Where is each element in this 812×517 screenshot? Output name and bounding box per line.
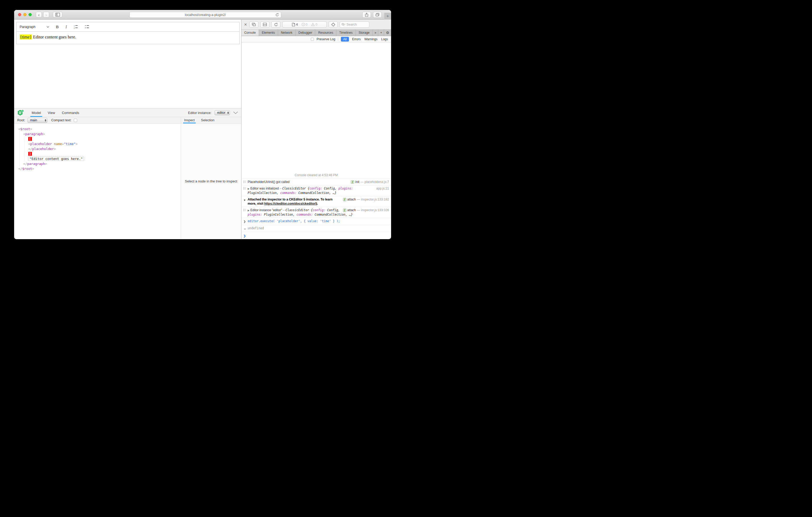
log-text: Editor instance "editor" — [250, 208, 282, 212]
log-source-icon — [243, 209, 246, 211]
show-tabs-button[interactable] — [373, 12, 382, 18]
web-inspector-toolbar: ✕ — [241, 20, 391, 30]
tab-network[interactable]: Network — [278, 30, 296, 36]
share-icon — [365, 13, 368, 17]
ckeditor-inspector: 5 Model View Commands Editor instance: e… — [14, 108, 241, 239]
error-count-value: 0 — [306, 23, 308, 26]
inspector-subheader: Root: main Compact text: Inspect Selecti… — [14, 117, 241, 124]
reload-page-button[interactable] — [271, 22, 281, 28]
dock-bottom-button[interactable] — [260, 22, 269, 28]
error-icon — [301, 23, 305, 26]
log-text: Editor was initialized — [250, 187, 279, 190]
log-source-icon — [243, 180, 246, 183]
compact-text-label: Compact text: — [51, 118, 71, 122]
share-button[interactable] — [362, 12, 371, 18]
editor-content[interactable]: {time} Editor content goes here. — [16, 32, 240, 44]
tree-node-paragraph-open[interactable]: <paragraph> — [23, 131, 181, 136]
editor-instance-label: Editor instance: — [188, 111, 212, 115]
tab-storage[interactable]: Storage — [356, 30, 373, 36]
console-log-row: f init — placeholderui.js:7 PlaceholderU… — [241, 179, 391, 185]
close-inspector-button[interactable]: ✕ — [243, 23, 248, 27]
tab-console[interactable]: Console — [241, 30, 259, 36]
bold-button[interactable]: B — [56, 25, 59, 29]
paragraph-dropdown[interactable]: Paragraph — [20, 25, 49, 29]
tab-resources[interactable]: Resources — [315, 30, 336, 36]
filter-all-button[interactable]: All — [341, 37, 349, 41]
minimize-button[interactable] — [23, 13, 26, 16]
console-prompt-row[interactable]: ❯ — [241, 232, 391, 239]
docs-link[interactable]: https://ckeditor.com/docs/ckeditor5 — [264, 202, 317, 206]
tab-commands[interactable]: Commands — [58, 109, 82, 117]
log-location[interactable]: f attach — inspector.js:133:182 — [343, 197, 389, 202]
preserve-log-checkbox[interactable] — [311, 38, 314, 41]
angle-bracket: > — [54, 147, 56, 151]
log-location[interactable]: f attach — inspector.js:133:326 — [343, 208, 389, 212]
filter-logs-button[interactable]: Logs — [381, 37, 388, 41]
inspector-search-input[interactable]: Search — [340, 22, 369, 28]
result-value: undefined — [248, 226, 264, 230]
sidebar-icon — [55, 13, 60, 17]
close-button[interactable] — [18, 13, 21, 16]
disclosure-triangle-icon[interactable]: ▶ — [248, 209, 250, 212]
tab-model[interactable]: Model — [28, 109, 44, 117]
tree-node-root-close[interactable]: </$root> — [18, 166, 181, 171]
reload-icon[interactable] — [276, 13, 279, 17]
log-location[interactable]: app.js:21 — [376, 186, 389, 190]
tab-timelines[interactable]: Timelines — [337, 30, 356, 36]
angle-bracket: < — [18, 127, 21, 131]
warning-icon — [311, 23, 315, 26]
function-name: init — [355, 180, 359, 184]
new-tab-button[interactable]: + — [384, 13, 391, 20]
source-link: placeholderui.js:7 — [365, 180, 389, 184]
tab-debugger[interactable]: Debugger — [296, 30, 316, 36]
filter-warnings-button[interactable]: Warnings — [364, 37, 378, 41]
select-arrows-icon — [227, 112, 229, 114]
disclosure-triangle-icon[interactable]: ▶ — [248, 187, 250, 190]
sidebar-toggle-button[interactable] — [53, 12, 62, 18]
disclosure-triangle-icon[interactable]: ▼ — [243, 198, 246, 202]
tree-node-text[interactable]: "Editor content goes here." — [28, 156, 181, 161]
more-tabs-button[interactable]: » — [373, 30, 379, 36]
numbered-list-button[interactable]: 12 — [74, 25, 78, 29]
editor-instance-value: editor — [217, 111, 225, 115]
detach-inspector-button[interactable] — [249, 22, 258, 28]
tag-name: placeholder — [32, 147, 54, 151]
tab-selection[interactable]: Selection — [198, 117, 218, 123]
function-name: attach — [347, 208, 356, 212]
tree-node-paragraph-close[interactable]: </paragraph> — [23, 161, 181, 166]
tree-node-placeholder-close[interactable]: </placeholder> — [28, 146, 181, 151]
bulleted-list-icon — [85, 25, 89, 29]
forward-button[interactable]: › — [43, 12, 49, 18]
italic-button[interactable]: I — [66, 25, 67, 29]
bulleted-list-button[interactable] — [85, 25, 89, 29]
function-badge-icon: f — [343, 209, 346, 212]
back-button[interactable]: ‹ — [36, 12, 42, 18]
add-tab-button[interactable]: + — [378, 30, 384, 36]
numbered-list-icon: 12 — [74, 25, 78, 29]
inspector-body: <$root> <paragraph> [ <placeholdername="… — [14, 124, 241, 239]
ckeditor: Paragraph B I 12 — [16, 22, 240, 44]
log-source-icon — [243, 187, 246, 190]
element-picker-button[interactable] — [328, 22, 338, 28]
tab-inspect[interactable]: Inspect — [181, 117, 198, 123]
tree-node-root-open[interactable]: <$root> — [18, 126, 181, 131]
tab-elements[interactable]: Elements — [259, 30, 278, 36]
compact-text-checkbox[interactable] — [74, 119, 77, 122]
collapse-inspector-icon[interactable] — [233, 111, 238, 114]
settings-gear-icon[interactable]: ⚙ — [384, 30, 391, 36]
tree-node-placeholder-open[interactable]: <placeholdername="time"> — [28, 142, 181, 146]
editor-instance-select[interactable]: editor — [214, 110, 230, 115]
dash: — — [357, 208, 360, 212]
model-controls: Root: main Compact text: — [14, 117, 181, 124]
filter-errors-button[interactable]: Errors — [352, 37, 361, 41]
zoom-button[interactable] — [29, 13, 32, 16]
root-select[interactable]: main — [27, 118, 47, 123]
url-field[interactable]: localhost/creating-a-plugin2/ — [129, 12, 281, 18]
result-arrow-icon: ◂ — [244, 226, 245, 231]
angle-bracket: </ — [18, 167, 22, 171]
placeholder-widget[interactable]: {time} — [20, 34, 32, 39]
tab-view[interactable]: View — [44, 109, 58, 117]
resource-status-button[interactable]: 4 0 0 — [282, 22, 327, 28]
source-link: app.js:21 — [376, 186, 389, 190]
log-location[interactable]: f init — placeholderui.js:7 — [351, 180, 389, 184]
